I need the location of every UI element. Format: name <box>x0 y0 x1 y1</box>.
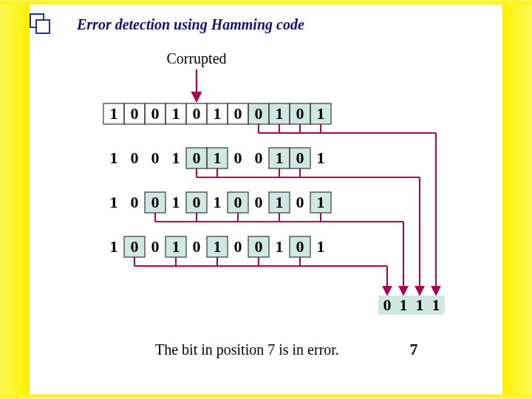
bit-cell: 0 <box>151 149 160 167</box>
bit-cell: 0 <box>255 237 263 256</box>
bit-cell: 0 <box>296 237 304 256</box>
decor-top <box>0 0 532 4</box>
bit-cell: 0 <box>193 237 201 256</box>
bit-cell: 1 <box>110 237 118 256</box>
bit-cell: 0 <box>131 193 139 211</box>
decor-right <box>502 0 532 399</box>
bit-cell: 0 <box>296 149 304 167</box>
bit-cell: 1 <box>276 193 284 211</box>
corrupted-label: Corrupted <box>166 50 226 67</box>
bit-cell: 1 <box>317 193 325 211</box>
syndrome-bit: 1 <box>400 296 408 314</box>
bit-cell: 1 <box>110 193 118 211</box>
bit-cell: 0 <box>193 149 201 167</box>
bit-cell: 0 <box>193 104 201 123</box>
footer-text: The bit in position 7 is in error. <box>155 341 339 358</box>
bit-cell: 0 <box>151 193 160 211</box>
bit-cell: 1 <box>317 237 325 256</box>
bit-cell: 1 <box>172 149 180 167</box>
bit-cell: 1 <box>214 149 222 167</box>
slide-title: Error detection using Hamming code <box>77 16 304 33</box>
bit-cell: 1 <box>276 149 284 167</box>
bit-cell: 0 <box>234 149 242 167</box>
bit-row: 10010100101 <box>110 236 388 294</box>
bit-cell: 1 <box>317 149 325 167</box>
slide: Error detection using Hamming code Corru… <box>0 0 532 399</box>
diagram: Corrupted1001010010110010100101100101001… <box>89 44 473 369</box>
bit-cell: 0 <box>131 237 139 256</box>
error-position: 7 <box>410 340 418 358</box>
bit-cell: 1 <box>172 237 180 256</box>
bit-cell: 0 <box>296 104 304 123</box>
bit-cell: 1 <box>110 149 118 167</box>
bit-cell: 0 <box>234 237 242 256</box>
bit-cell: 0 <box>193 193 201 211</box>
bit-cell: 1 <box>214 104 222 123</box>
bit-cell: 1 <box>110 104 118 123</box>
syndrome-bit: 0 <box>383 296 392 314</box>
syndrome-bit: 1 <box>416 296 424 314</box>
bit-cell: 0 <box>131 104 139 123</box>
syndrome-bit: 1 <box>432 296 440 314</box>
bit-cell: 0 <box>234 193 242 211</box>
bit-cell: 0 <box>296 193 304 211</box>
bit-cell: 1 <box>317 104 325 123</box>
bit-cell: 1 <box>214 237 222 256</box>
bit-cell: 1 <box>276 104 284 123</box>
bit-cell: 1 <box>172 104 180 123</box>
bit-cell: 1 <box>214 193 222 211</box>
bit-cell: 1 <box>276 237 284 256</box>
decor-bottom <box>0 395 532 399</box>
bit-cell: 0 <box>255 149 263 167</box>
bit-cell: 0 <box>255 193 263 211</box>
bit-cell: 0 <box>151 237 160 256</box>
decor-left <box>0 0 30 399</box>
bit-cell: 0 <box>151 104 160 123</box>
bit-cell: 0 <box>131 149 139 167</box>
bit-cell: 0 <box>234 104 242 123</box>
bullet-icon <box>30 13 49 33</box>
bit-cell: 1 <box>172 193 180 211</box>
bit-cell: 0 <box>255 104 263 123</box>
